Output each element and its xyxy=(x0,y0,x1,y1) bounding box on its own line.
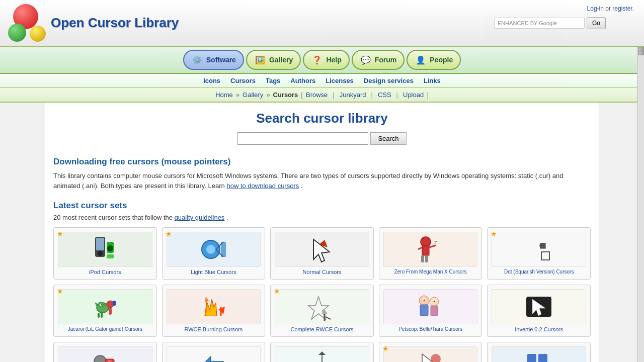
main-nav: ⚙️ Software 🖼️ Gallery ❓ Help 💬 Forum 👤 … xyxy=(0,47,644,74)
cursor-card-11 xyxy=(162,342,266,362)
forum-icon: 💬 xyxy=(360,54,372,66)
search-title: Search cursor library xyxy=(53,111,591,126)
how-to-download-link[interactable]: how to download cursors xyxy=(226,182,299,190)
svg-point-53 xyxy=(94,355,106,362)
cursor-name-lightblue[interactable]: Light Blue Cursors xyxy=(167,269,261,275)
breadcrumb-pipe-2: | xyxy=(371,91,372,99)
breadcrumb-browse[interactable]: Browse xyxy=(306,91,328,99)
cursor-card-dot: ★ Dot (Squarish Version) Cursors xyxy=(487,227,591,280)
latest-section: Latest cursor sets 20 most recent cursor… xyxy=(53,201,591,362)
star-badge-lightblue: ★ xyxy=(166,230,172,238)
cursor-name-normal[interactable]: Normal Cursors xyxy=(275,269,369,275)
search-button[interactable]: Search xyxy=(370,132,406,145)
site-title: Open Cursor Library xyxy=(51,15,179,31)
latest-subtitle-text: 20 most recent cursor sets that follow t… xyxy=(53,214,173,221)
cursor-img-ipod xyxy=(58,232,152,267)
cursor-img-11 xyxy=(167,346,261,362)
nav-people[interactable]: 👤 People xyxy=(407,50,461,70)
sub-nav-links[interactable]: Links xyxy=(424,77,441,84)
svg-rect-17 xyxy=(421,255,424,262)
google-search-input[interactable] xyxy=(494,18,585,29)
description-text: This library contains computer mouse cur… xyxy=(53,171,591,191)
login-link[interactable]: Log-in xyxy=(587,5,604,12)
cursor-name-jacaroi[interactable]: Jacaroi (LiL Gator game) Cursors xyxy=(58,326,152,332)
breadcrumb-gallery[interactable]: Gallery xyxy=(243,91,263,99)
search-input[interactable] xyxy=(237,132,368,145)
breadcrumb: Home » Gallery » Cursors [ Browse | Junk… xyxy=(0,88,644,103)
register-link[interactable]: register xyxy=(612,5,632,12)
svg-rect-14 xyxy=(422,245,429,255)
sub-nav-tags[interactable]: Tags xyxy=(266,77,280,84)
star-badge-13: ★ xyxy=(382,344,389,352)
cursor-card-10 xyxy=(53,342,157,362)
cursor-card-ipod: ★ iPod Cursors xyxy=(53,227,157,280)
svg-text:Z: Z xyxy=(434,240,437,245)
software-icon: ⚙️ xyxy=(191,54,203,66)
svg-rect-32 xyxy=(109,308,112,315)
svg-point-26 xyxy=(101,304,102,305)
breadcrumb-home[interactable]: Home xyxy=(215,91,233,99)
nav-people-label: People xyxy=(430,56,453,64)
login-area: Log-in or register. xyxy=(587,5,634,12)
star-badge-ipod: ★ xyxy=(57,230,63,238)
nav-forum[interactable]: 💬 Forum xyxy=(352,50,405,70)
cursor-img-lightblue xyxy=(167,232,261,267)
svg-marker-41 xyxy=(321,309,328,314)
svg-rect-46 xyxy=(431,306,438,316)
cursor-grid-row1: ★ iPod Cursors ★ Light Blue Cursors Nor xyxy=(53,227,591,280)
logo-img xyxy=(8,4,46,42)
cursor-card-lightblue: ★ Light Blue Cursors xyxy=(162,227,266,280)
cursor-img-13 xyxy=(383,346,478,362)
help-icon: ❓ xyxy=(311,54,323,66)
svg-rect-20 xyxy=(540,243,545,248)
search-form: Search xyxy=(53,132,591,145)
cursor-name-complete-rwce[interactable]: Complete RWCE Cursors xyxy=(275,326,369,332)
nav-help[interactable]: ❓ Help xyxy=(303,50,349,70)
google-search-bar: Go xyxy=(494,17,606,29)
sub-nav-design[interactable]: Design services xyxy=(364,77,414,84)
cursor-name-rwce-burning[interactable]: RWCE Burning Cursors xyxy=(167,326,261,332)
breadcrumb-junkyard[interactable]: Junkyard xyxy=(340,91,366,99)
svg-point-50 xyxy=(433,301,435,302)
description-section: Downloading free cursors (mouse pointers… xyxy=(53,157,591,191)
login-period: . xyxy=(632,5,634,12)
nav-gallery[interactable]: 🖼️ Gallery xyxy=(246,50,301,70)
star-badge-jacaroi: ★ xyxy=(57,287,63,295)
svg-line-16 xyxy=(418,247,422,249)
description-text-end: . xyxy=(301,182,303,190)
breadcrumb-upload[interactable]: Upload xyxy=(403,91,424,99)
scrollbar[interactable] xyxy=(637,0,644,362)
breadcrumb-close-bracket: ] xyxy=(427,91,429,99)
cursor-card-megaman: Z Zero From Mega Man X Cursors xyxy=(379,227,482,280)
svg-marker-60 xyxy=(318,351,326,355)
cursor-name-megaman[interactable]: Zero From Mega Man X Cursors xyxy=(383,269,478,275)
quality-guidelines-link[interactable]: quality guidelines xyxy=(175,214,225,221)
cursor-name-petscop[interactable]: Petscop: Belle/Tiara Cursors xyxy=(383,326,478,332)
svg-point-2 xyxy=(98,251,103,256)
breadcrumb-css[interactable]: CSS xyxy=(378,91,391,99)
breadcrumb-cursors: Cursors xyxy=(273,91,298,99)
cursor-name-ipod[interactable]: iPod Cursors xyxy=(58,269,152,275)
svg-rect-21 xyxy=(541,252,549,260)
google-go-button[interactable]: Go xyxy=(587,17,606,29)
sub-nav-icons[interactable]: Icons xyxy=(203,77,220,84)
breadcrumb-pipe-3: | xyxy=(396,91,398,99)
breadcrumb-sep-2: » xyxy=(266,91,270,99)
cursor-name-dot[interactable]: Dot (Squarish Version) Cursors xyxy=(492,269,586,275)
svg-rect-33 xyxy=(113,301,116,306)
nav-help-label: Help xyxy=(326,56,341,64)
svg-marker-39 xyxy=(308,297,329,319)
cursor-card-13: ★ xyxy=(379,342,482,362)
cursor-card-14: ? xyxy=(487,342,591,362)
svg-line-42 xyxy=(326,317,331,319)
cursor-card-normal: Normal Cursors xyxy=(270,227,374,280)
sub-nav-authors[interactable]: Authors xyxy=(290,77,315,84)
sub-nav-licenses[interactable]: Licenses xyxy=(326,77,354,84)
cursor-img-complete-rwce xyxy=(275,289,369,324)
login-or: or xyxy=(605,5,612,12)
sub-nav-cursors[interactable]: Cursors xyxy=(230,77,256,84)
cursor-name-invertie[interactable]: Invertie 0.2 Cursors xyxy=(492,326,586,332)
nav-software[interactable]: ⚙️ Software xyxy=(183,50,244,70)
cursor-card-petscop: Petscop: Belle/Tiara Cursors xyxy=(379,285,482,337)
cursor-img-dot xyxy=(492,232,586,267)
